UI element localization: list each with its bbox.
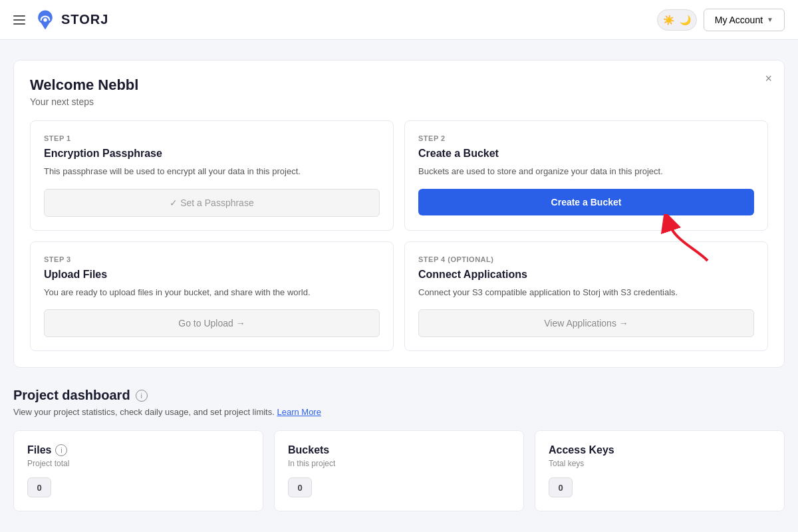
header: STORJ ☀️ 🌙 My Account ▼ bbox=[0, 0, 798, 40]
step-2-title: Create a Bucket bbox=[418, 148, 754, 160]
dashboard-title: Project dashboard bbox=[13, 388, 130, 403]
step-3-label: STEP 3 bbox=[44, 255, 380, 263]
step-1-card: STEP 1 Encryption Passphrase This passph… bbox=[30, 120, 394, 231]
steps-wrapper: STEP 1 Encryption Passphrase This passph… bbox=[30, 120, 768, 351]
step-4-label: STEP 4 (OPTIONAL) bbox=[418, 255, 754, 263]
step-3-desc: You are ready to upload files in your bu… bbox=[44, 286, 380, 299]
step-4-card: STEP 4 (OPTIONAL) Connect Applications C… bbox=[404, 241, 768, 352]
buckets-stat-title: Buckets bbox=[288, 444, 329, 456]
chevron-down-icon: ▼ bbox=[767, 16, 773, 23]
files-stat-subtitle: Project total bbox=[27, 459, 249, 468]
access-keys-stat-title: Access Keys bbox=[549, 444, 614, 456]
storj-logo-icon bbox=[33, 8, 57, 32]
account-button[interactable]: My Account ▼ bbox=[704, 9, 785, 31]
close-button[interactable]: × bbox=[765, 72, 772, 84]
step-3-card: STEP 3 Upload Files You are ready to upl… bbox=[30, 241, 394, 352]
step-2-desc: Buckets are used to store and organize y… bbox=[418, 165, 754, 178]
sun-icon: ☀️ bbox=[663, 15, 674, 25]
header-right: ☀️ 🌙 My Account ▼ bbox=[657, 9, 785, 31]
files-stat-title: Files bbox=[27, 444, 51, 456]
access-keys-stat-header: Access Keys bbox=[549, 444, 771, 456]
buckets-stat-subtitle: In this project bbox=[288, 459, 510, 468]
buckets-stat-header: Buckets bbox=[288, 444, 510, 456]
hamburger-menu[interactable] bbox=[13, 15, 25, 25]
logo-text: STORJ bbox=[61, 12, 108, 27]
create-bucket-button[interactable]: Create a Bucket bbox=[418, 189, 754, 215]
access-keys-stat-value: 0 bbox=[549, 477, 573, 497]
dashboard-header: Project dashboard i bbox=[13, 388, 785, 403]
info-icon[interactable]: i bbox=[136, 390, 148, 402]
dashboard-section: Project dashboard i View your project st… bbox=[13, 388, 785, 511]
step-1-label: STEP 1 bbox=[44, 134, 380, 142]
welcome-section: Welcome Nebbl Your next steps × STEP 1 E… bbox=[13, 60, 785, 368]
access-keys-stat-card: Access Keys Total keys 0 bbox=[535, 430, 785, 511]
step-2-card: STEP 2 Create a Bucket Buckets are used … bbox=[404, 120, 768, 231]
welcome-subtitle: Your next steps bbox=[30, 96, 768, 107]
welcome-title: Welcome Nebbl bbox=[30, 76, 768, 94]
learn-more-link[interactable]: Learn More bbox=[277, 407, 321, 417]
files-info-icon[interactable]: i bbox=[55, 444, 67, 456]
access-keys-stat-subtitle: Total keys bbox=[549, 459, 771, 468]
step-4-title: Connect Applications bbox=[418, 269, 754, 281]
files-stat-card: Files i Project total 0 bbox=[13, 430, 263, 511]
step-2-label: STEP 2 bbox=[418, 134, 754, 142]
step-3-title: Upload Files bbox=[44, 269, 380, 281]
files-stat-header: Files i bbox=[27, 444, 249, 456]
logo: STORJ bbox=[33, 8, 108, 32]
main-content: Welcome Nebbl Your next steps × STEP 1 E… bbox=[0, 40, 798, 531]
step-4-desc: Connect your S3 compatible application t… bbox=[418, 286, 754, 299]
theme-toggle[interactable]: ☀️ 🌙 bbox=[657, 9, 697, 31]
files-stat-value: 0 bbox=[27, 477, 51, 497]
moon-icon: 🌙 bbox=[680, 15, 691, 25]
step-1-desc: This passphrase will be used to encrypt … bbox=[44, 165, 380, 178]
stats-grid: Files i Project total 0 Buckets In this … bbox=[13, 430, 785, 511]
buckets-stat-value: 0 bbox=[288, 477, 312, 497]
svg-point-0 bbox=[43, 18, 47, 21]
set-passphrase-button[interactable]: ✓ Set a Passphrase bbox=[44, 189, 380, 217]
step-1-title: Encryption Passphrase bbox=[44, 148, 380, 160]
steps-grid: STEP 1 Encryption Passphrase This passph… bbox=[30, 120, 768, 351]
view-applications-button[interactable]: View Applications → bbox=[418, 309, 754, 337]
go-to-upload-button[interactable]: Go to Upload → bbox=[44, 309, 380, 337]
header-left: STORJ bbox=[13, 8, 108, 32]
buckets-stat-card: Buckets In this project 0 bbox=[274, 430, 524, 511]
dashboard-description: View your project statistics, check dail… bbox=[13, 407, 785, 417]
account-label: My Account bbox=[715, 15, 763, 25]
